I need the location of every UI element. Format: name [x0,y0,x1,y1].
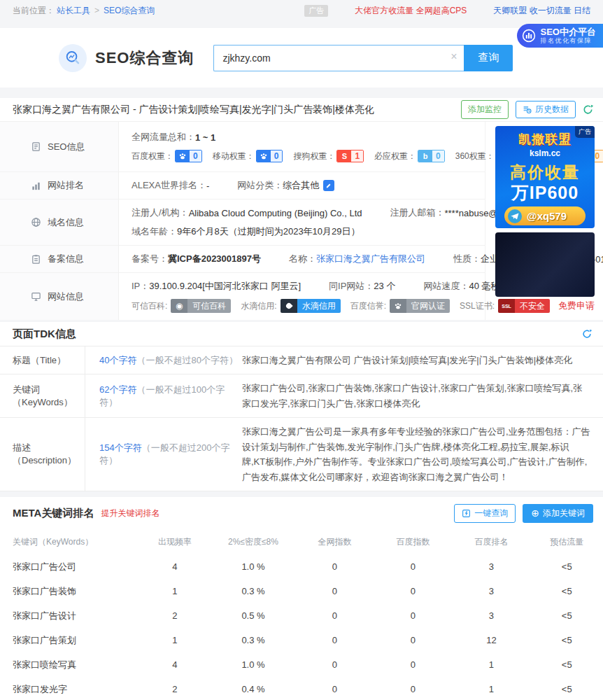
kaisa-ad-banner[interactable]: 广告 凯撒联盟 kslm.cc 高价收量 万IP600 @xq579 [495,126,595,228]
promote-keyword-link[interactable]: 提升关键词排名 [101,507,159,519]
top-ad-link-red[interactable]: 大佬官方收流量 全网超高CPS [355,5,467,17]
baidu-index-link[interactable]: 0 [374,579,452,603]
ssl-badge-label: 不安全 [515,299,550,313]
frequency-cell: 4 [139,554,211,579]
same-ip-label: 同IP网站： [329,280,374,293]
registrant-label: 注册人/机构： [132,206,189,219]
frequency-cell: 4 [139,652,211,677]
sidebar-item-icp-info[interactable]: 备案信息 [0,246,119,272]
emblem-icon: ◉ [171,299,187,313]
icp-no-label: 备案号： [132,253,168,265]
baidu-index-link[interactable]: 0 [374,652,452,677]
ad-domain: kslm.cc [495,148,595,158]
tdk-keywords-row: 关键词（KeyWords） 62个字符（一般不超过100个字符） 张家口广告公司… [0,374,603,418]
table-header-row: 关键词（KeyWords） 出现频率 2%≤密度≤8% 全网指数 百度指数 百度… [0,529,603,554]
bing-icon: b [418,150,432,162]
site-info-row: 网站信息 IP： 39.100.9.204[中国河北张家口 阿里云] 同IP网站… [0,273,485,320]
query-button[interactable]: 查询 [464,45,513,71]
alexa-label: ALEXA世界排名： [132,179,206,192]
col-frequency: 出现频率 [139,529,211,554]
paw-icon [390,299,406,313]
tdk-section-title: 页面TDK信息 [13,328,76,341]
ribbon-line2: 排名优化有保障 [541,37,596,45]
breadcrumb-link-tools[interactable]: 站长工具 [57,5,90,17]
baidu-rank-cell: 1 [452,652,530,677]
baidu-paw-icon [176,150,190,162]
net-index-cell: 0 [295,554,374,579]
breadcrumb-link-seo[interactable]: SEO综合查询 [104,5,155,17]
seo-agency-ribbon[interactable]: SEO中介平台 排名优化有保障 [517,24,603,48]
baidu-credit-label: 百度信誉: [350,300,386,312]
baidu-index-link[interactable]: 0 [374,677,452,700]
one-click-query-button[interactable]: 一键查询 [454,504,516,523]
tdk-title-content: 张家口海之翼广告有限公司 广告设计策划|喷绘写真|发光字|门头广告装饰|楼体亮化 [238,346,603,374]
frequency-cell: 2 [139,677,211,700]
edit-icon[interactable] [323,180,334,191]
est-traffic-cell: <5 [531,554,603,579]
ssl-badge[interactable]: SSL不安全 [498,299,550,313]
col-baidu-index: 百度指数 [374,529,452,554]
sidebar-item-site-rank[interactable]: 网站排名 [0,172,119,199]
mobile-weight-value: 0 [271,150,283,162]
top-ad-link-blue[interactable]: 天卿联盟 收一切流量 日结 [493,5,590,17]
plus-circle-icon: ⊕ [531,508,539,518]
add-keyword-label: 添加关键词 [543,507,585,519]
search-input[interactable] [213,45,464,71]
baidu-index-link[interactable]: 0 [374,554,452,579]
refresh-icon[interactable] [583,104,593,115]
add-keyword-button[interactable]: ⊕ 添加关键词 [523,504,593,523]
tdk-row-label: 标题（Title） [0,346,85,374]
drop-icon [281,299,297,313]
clipboard-icon [31,254,41,265]
free-apply-link[interactable]: 免费申请 [558,300,595,312]
monitor-icon [31,291,41,302]
ip-label: IP： [132,280,149,293]
icp-name-label: 名称： [289,253,316,265]
baidu-rank-cell: 12 [452,628,530,652]
mobile-paw-icon [257,150,271,162]
rank-info-row: 网站排名 ALEXA世界排名： - 网站分类： 综合其他 [0,172,485,200]
ssl-label: SSL证书: [460,300,495,312]
baidu-index-link[interactable]: 0 [374,603,452,628]
bing-weight-badge[interactable]: b0 [418,150,445,162]
tdk-count: 62个字符 [99,384,136,395]
globe-icon [31,217,41,227]
sidebar-item-label: SEO信息 [48,141,85,153]
ssl-shield-icon: SSL [498,299,515,313]
baidu-credit-badge[interactable]: 官网认证 [390,299,450,313]
baidu-rank-cell: 3 [452,554,530,579]
breadcrumb-bar: 当前位置： 站长工具 > SEO综合查询 广告 大佬官方收流量 全网超高CPS … [0,0,603,21]
history-data-button[interactable]: 历史数据 [516,101,576,118]
icp-name-link[interactable]: 张家口海之翼广告有限公司 [316,253,425,265]
tdk-keywords-content: 张家口广告公司,张家口广告装饰,张家口广告设计,张家口广告策划,张家口喷绘写真,… [238,374,603,417]
trust-badge[interactable]: ◉可信百科 [171,299,231,313]
icp-no-value: 冀ICP备2023001897号 [168,253,261,265]
one-click-label: 一键查询 [474,507,508,519]
clear-icon[interactable]: × [451,51,457,62]
tdk-title-row: 标题（Title） 40个字符（一般不超过80个字符） 张家口海之翼广告有限公司… [0,346,603,374]
sogou-weight-badge[interactable]: S1 [336,150,364,162]
density-cell: 0.3 % [211,579,296,603]
tdk-refresh-icon[interactable] [582,329,592,339]
ad-contact-pill[interactable]: @xq579 [504,206,586,225]
keyword-cell: 张家口广告公司 [0,554,139,579]
tdk-count: 154个字符 [99,442,142,453]
baidu-index-link[interactable]: 0 [374,628,452,652]
meta-table-body: 张家口广告公司 4 1.0 % 0 0 3 <5 张家口广告装饰 1 0.3 %… [0,554,603,700]
ribbon-chart-icon [522,29,536,43]
seo-info-row: SEO信息 全网流量总和： 1 ~ 1 百度权重： 0 移动权重： 0 搜狗权重… [0,122,485,172]
same-ip-value: 23 个 [374,280,395,293]
add-monitor-button[interactable]: 添加监控 [461,100,509,119]
search-bar: × 查询 [213,45,513,71]
mobile-weight-badge[interactable]: 0 [256,150,283,162]
tdk-row-label: 描述（Description） [0,418,85,491]
sidebar-item-domain-info[interactable]: 域名信息 [0,200,119,245]
sidebar-item-label: 域名信息 [48,216,84,229]
net-index-cell: 0 [295,628,374,652]
waterdrop-badge[interactable]: 水滴信用 [281,299,341,313]
sidebar-item-site-info[interactable]: 网站信息 [0,273,119,320]
baidu-weight-badge[interactable]: 0 [175,150,202,162]
dark-ad-banner[interactable] [495,232,595,297]
result-card: 张家口海之翼广告有限公司 - 广告设计策划|喷绘写真|发光字|门头广告装饰|楼体… [0,98,603,320]
sidebar-item-seo-info[interactable]: SEO信息 [0,122,119,172]
